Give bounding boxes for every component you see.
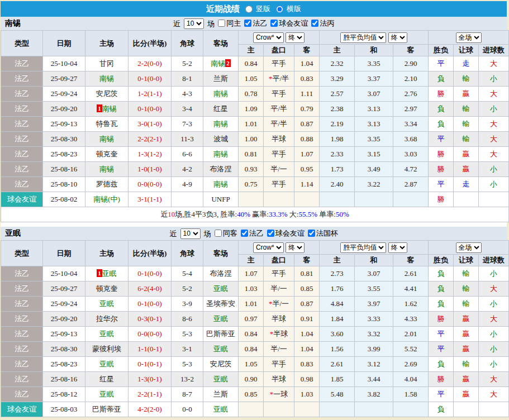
corners-cell: 5-2 [172,281,203,297]
avg-final-select[interactable]: 终 [388,242,407,253]
filter-bar: 近 10 场同主法乙球会友谊法丙 [1,18,507,29]
match-date-cell: 25-10-04 [43,266,85,281]
filter-checkbox-0[interactable] [215,230,222,237]
filter-label-0: 同主 [226,19,241,27]
avg-select[interactable]: 胜平负均值 [340,32,386,43]
result-cell: 勝 [429,192,454,207]
match-type-cell: 法乙 [1,266,43,281]
avg-select[interactable]: 胜平负均值 [340,242,386,253]
corners-cell: 0-0 [172,402,203,417]
odds-home-cell: 0.84 [239,342,264,357]
team-label: 顿克奎 [96,284,118,293]
handicap-result-cell [454,402,479,417]
goals-result-cell [479,402,509,417]
col-header-home: 主场 [85,31,129,56]
odds-group-header: Crow* 终 [239,241,320,255]
avg-draw-cell [355,192,393,207]
filter-checkbox-1[interactable] [244,20,251,27]
odds-company-select[interactable]: Crow* [253,32,284,43]
sub-header-avg-draw: 和 [355,255,393,266]
odds-away-cell: 1.03 [294,387,320,402]
away-team: 圣埃蒂安 [206,299,235,308]
odds-away-cell: 0.83 [294,357,320,372]
handicap-result-cell: 贏 [454,147,479,162]
handicap-cell: *一球 [264,387,294,402]
match-type-cell: 球会友谊 [1,192,43,207]
corners-cell: 13-2 [172,372,203,387]
match-type-cell: 法乙 [1,327,43,342]
handicap-result-cell: 贏 [454,162,479,177]
score-cell: 6-2(4-0) [129,281,172,297]
vertical-layout-label[interactable]: 竖版 [256,4,270,14]
match-date-cell: 25-09-27 [43,281,85,297]
results-table: 类型 日期 主场 比分(半场) 角球 客场 Crow* 终 胜平负均值 终 [1,30,509,222]
team-label: 布洛涅 [210,165,232,173]
home-team-cell: 1南锡 [85,102,129,117]
team-label: 红星 [213,104,228,113]
avg-home-cell: 1.84 [320,312,355,327]
avg-home-cell: 2.73 [320,266,355,281]
filter-checkbox-2[interactable] [267,230,274,237]
avg-home-cell [320,192,355,207]
scope-group-header: 全场 [429,241,509,255]
match-date-cell: 25-09-27 [43,71,85,87]
goals-result-cell: 大 [479,117,509,132]
odds-final-select[interactable]: 终 [286,32,305,43]
table-row: 法乙25-08-10罗德兹0-0(0-0)4-9南锡0.75平手1.142.40… [1,177,509,192]
avg-draw-cell: 3.99 [355,342,393,357]
score-cell: 0-1(0-0) [129,266,172,281]
home-team: 安尼茨 [96,89,118,98]
away-team-cell: 兰斯 [203,71,239,87]
handicap-result-cell: 贏 [454,387,479,402]
horizontal-layout-radio[interactable] [276,6,283,13]
odds-home-cell: 0.97 [239,312,264,327]
team-label: 南锡(中) [93,195,120,203]
avg-group-header: 胜平负均值 终 [320,241,429,255]
match-type-cell: 法乙 [1,297,43,312]
odds-home-cell: 1.03 [239,281,264,297]
handicap-cell: *平/半 [264,71,294,87]
home-team-cell: 蒙彼利埃 [85,342,129,357]
score-cell: 4-2(2-0) [129,402,172,417]
away-team: 亚眠 [213,375,228,383]
away-team: 亚眠 [213,284,228,293]
filter-checkbox-0[interactable] [218,20,225,27]
team-label: 南锡 [99,165,114,173]
scope-select[interactable]: 全场 [456,242,482,253]
horizontal-layout-label[interactable]: 横版 [287,4,301,14]
filter-label-2: 球会友谊 [279,19,308,27]
match-type-cell: 法乙 [1,117,43,132]
odds-away-cell [294,192,320,207]
sub-header-avg-away: 客 [393,255,429,266]
odds-final-select[interactable]: 终 [286,242,305,253]
match-date-cell: 25-08-16 [43,372,85,387]
avg-home-cell [320,402,355,417]
team-label: 亚眠 [213,375,228,383]
recent-count-select[interactable]: 10 [184,18,204,29]
odds-home-cell: 0.84 [239,327,264,342]
match-date-cell: 25-09-13 [43,117,85,132]
team-label: 兰斯 [213,74,228,83]
avg-final-select[interactable]: 终 [388,32,407,43]
avg-draw-cell: 3.49 [355,162,393,177]
away-team-cell: 南锡 [203,177,239,192]
avg-home-cell: 3.29 [320,71,355,87]
star-marker: * [270,390,274,398]
team-label: 巴斯蒂亚 [206,330,235,338]
score-cell: 0-1(0-0) [129,102,172,117]
filter-checkbox-1[interactable] [241,230,248,237]
vertical-layout-radio[interactable] [245,6,253,13]
score-cell: 2-2(1-1) [129,387,172,402]
score-cell: 1-0(1-0) [129,162,172,177]
scope-select[interactable]: 全场 [456,32,482,43]
handicap-cell: 半/一 [264,162,294,177]
away-team: 亚眠 [213,405,228,413]
table-row: 法乙25-09-24安尼茨1-2(1-1)4-3南锡0.78平手1.112.57… [1,87,509,102]
odds-company-select[interactable]: Crow* [253,242,284,253]
recent-count-select[interactable]: 10 [180,228,201,239]
filter-checkbox-2[interactable] [270,20,278,27]
team-label: 甘冈 [99,59,114,68]
filter-checkbox-3[interactable] [311,20,318,27]
match-type-cell: 法乙 [1,147,43,162]
filter-checkbox-3[interactable] [308,230,315,237]
